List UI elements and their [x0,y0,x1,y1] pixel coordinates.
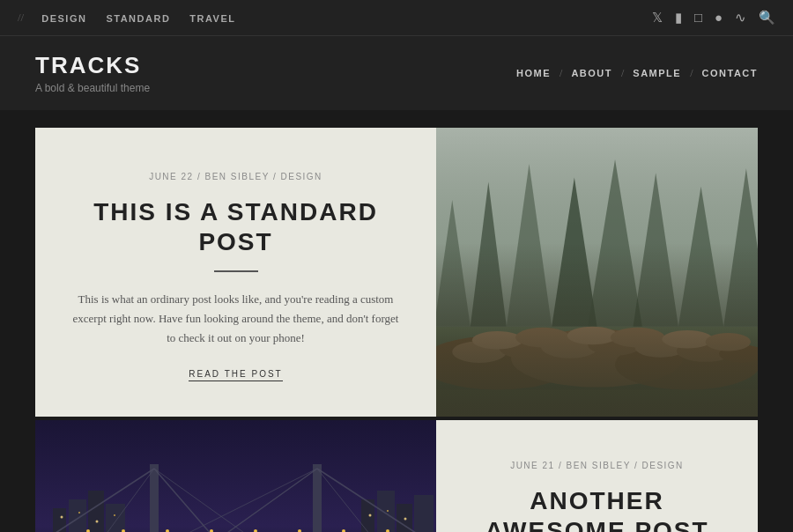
svg-point-61 [369,514,372,517]
svg-point-24 [611,328,665,348]
content-area: JUNE 22 / BEN SIBLEY / DESIGN THIS IS A … [0,110,793,532]
svg-point-16 [541,335,599,358]
svg-point-15 [500,338,550,358]
category-nav: DESIGN STANDARD TRAVEL [41,10,251,26]
post-card-1-text: JUNE 22 / BEN SIBLEY / DESIGN THIS IS A … [35,128,436,417]
svg-point-60 [114,514,115,516]
svg-point-14 [452,341,507,363]
svg-point-12 [511,329,683,388]
site-tagline: A bold & beautiful theme [35,82,150,94]
svg-rect-2 [436,327,758,417]
social-icons: 𝕏 ▮ □ ● ∿ 🔍 [652,10,775,26]
post-2-meta: JUNE 21 / BEN SIBLEY / DESIGN [510,461,684,470]
svg-point-57 [61,516,63,519]
svg-rect-32 [88,491,104,532]
svg-rect-36 [396,504,412,532]
post-row-2: JUNE 21 / BEN SIBLEY / DESIGN ANOTHER AW… [35,420,758,532]
search-icon[interactable]: 🔍 [759,10,775,26]
post-row-1: JUNE 22 / BEN SIBLEY / DESIGN THIS IS A … [35,128,758,417]
svg-point-58 [78,512,80,514]
post-card-2-image [35,420,436,532]
category-design[interactable]: DESIGN [41,13,86,24]
post-card-2-text: JUNE 21 / BEN SIBLEY / DESIGN ANOTHER AW… [436,420,758,532]
main-nav: HOME / ABOUT / SAMPLE / CONTACT [516,67,758,80]
post-1-read-more[interactable]: READ THE POST [189,369,282,381]
svg-point-26 [706,333,751,351]
svg-rect-35 [377,491,395,532]
nav-about[interactable]: ABOUT [571,68,612,78]
post-2-title: ANOTHER AWESOME POST [471,486,723,532]
svg-point-11 [436,336,574,390]
svg-point-20 [719,344,758,363]
nav-sep-1: / [560,67,562,80]
top-bar: // DESIGN STANDARD TRAVEL 𝕏 ▮ □ ● ∿ 🔍 [0,0,793,35]
svg-point-62 [387,510,389,512]
post-1-meta: JUNE 22 / BEN SIBLEY / DESIGN [149,172,322,181]
post-1-divider [214,270,258,272]
svg-point-23 [567,327,618,345]
city-svg [35,420,436,532]
forest-svg [436,128,758,417]
slash-decoration: // [18,11,24,25]
site-header: TRACKS A bold & beautiful theme HOME / A… [0,35,793,110]
nav-home[interactable]: HOME [516,68,551,78]
site-title: TRACKS [35,52,150,79]
instagram-icon[interactable]: □ [694,11,702,26]
svg-point-25 [662,330,712,349]
svg-point-18 [635,337,686,358]
twitter-icon[interactable]: 𝕏 [652,10,663,26]
category-standard[interactable]: STANDARD [106,13,170,24]
svg-rect-1 [436,128,758,417]
nav-sep-3: / [690,67,693,80]
category-travel[interactable]: TRAVEL [189,13,235,24]
svg-rect-33 [106,504,125,532]
svg-rect-37 [414,495,434,532]
svg-point-19 [677,340,735,362]
rss-icon[interactable]: ∿ [735,10,746,26]
nav-sep-2: / [621,67,624,80]
top-bar-left: // DESIGN STANDARD TRAVEL [18,10,252,26]
post-card-1-image [436,128,758,417]
nav-sample[interactable]: SAMPLE [633,68,681,78]
svg-point-59 [96,521,99,523]
post-1-excerpt: This is what an ordinary post looks like… [70,290,401,348]
svg-point-21 [472,331,522,350]
pinterest-icon[interactable]: ● [715,11,723,26]
facebook-icon[interactable]: ▮ [675,10,682,26]
svg-rect-31 [69,499,86,532]
post-1-title: THIS IS A STANDARD POST [70,197,401,256]
forest-scene [436,128,758,417]
svg-point-63 [404,518,407,521]
svg-rect-38 [150,464,159,532]
svg-rect-39 [313,464,322,532]
svg-point-13 [615,339,758,389]
svg-rect-27 [436,390,758,417]
svg-point-17 [588,334,642,356]
svg-point-22 [515,328,570,348]
site-branding: TRACKS A bold & beautiful theme [35,52,150,94]
nav-contact[interactable]: CONTACT [702,68,758,78]
